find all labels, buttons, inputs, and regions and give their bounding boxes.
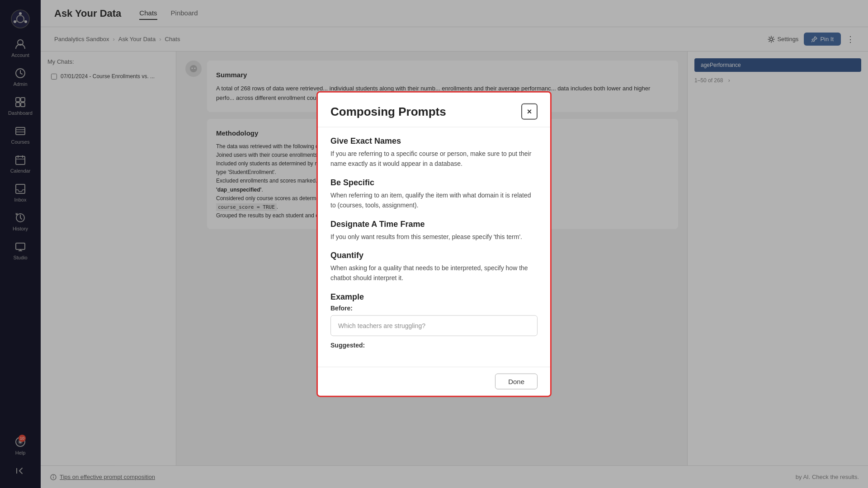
before-example-input: Which teachers are struggling?	[330, 315, 538, 336]
composing-prompts-modal: Composing Prompts × Give Exact Names If …	[316, 91, 552, 397]
before-example-text: Which teachers are struggling?	[338, 322, 425, 329]
section-exact-names-heading: Give Exact Names	[330, 136, 538, 146]
modal-section-exact-names: Give Exact Names If you are referring to…	[330, 136, 538, 169]
section-time-frame-body: If you only want results from this semes…	[330, 231, 538, 241]
modal-footer: Done	[318, 366, 550, 395]
modal-body: Give Exact Names If you are referring to…	[318, 127, 550, 367]
suggested-label: Suggested:	[330, 341, 538, 348]
section-quantify-body: When asking for a quality that needs to …	[330, 263, 538, 283]
section-quantify-heading: Quantify	[330, 251, 538, 260]
before-label: Before:	[330, 304, 538, 311]
modal-section-quantify: Quantify When asking for a quality that …	[330, 251, 538, 283]
section-be-specific-heading: Be Specific	[330, 178, 538, 187]
modal-title: Composing Prompts	[330, 104, 446, 118]
done-button[interactable]: Done	[495, 373, 538, 389]
modal-section-example: Example Before: Which teachers are strug…	[330, 292, 538, 348]
modal-close-button[interactable]: ×	[521, 103, 538, 120]
section-be-specific-body: When referring to an item, qualify the i…	[330, 190, 538, 210]
section-exact-names-body: If you are referring to a specific cours…	[330, 149, 538, 169]
modal-header: Composing Prompts ×	[318, 93, 550, 127]
section-time-frame-heading: Designate A Time Frame	[330, 219, 538, 229]
section-example-heading: Example	[330, 292, 538, 301]
modal-section-time-frame: Designate A Time Frame If you only want …	[330, 219, 538, 241]
modal-section-be-specific: Be Specific When referring to an item, q…	[330, 178, 538, 210]
